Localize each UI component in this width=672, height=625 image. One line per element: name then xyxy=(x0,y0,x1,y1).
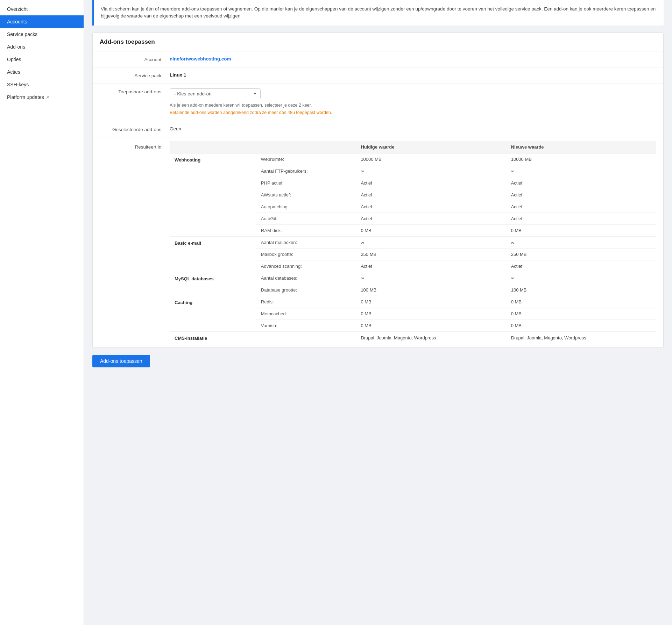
results-table-wrapper: Huidige waarde Nieuwe waarde WebhostingW… xyxy=(170,141,656,344)
new-value-cell: Actief xyxy=(506,177,656,189)
geselecteerde-value: Geen xyxy=(170,126,656,131)
current-value-cell: 0 MB xyxy=(356,308,506,320)
submit-button[interactable]: Add-ons toepassen xyxy=(92,355,150,367)
property-cell: RAM-disk: xyxy=(256,225,356,237)
sidebar-item-acties[interactable]: Acties xyxy=(0,66,84,78)
current-value-cell: 250 MB xyxy=(356,249,506,260)
card-body: Account: ninefortwowebhosting.com Servic… xyxy=(93,51,663,348)
geselecteerde-label: Geselecteerde add-ons: xyxy=(100,126,170,132)
current-value-cell: ∞ xyxy=(356,237,506,249)
current-value-cell: ∞ xyxy=(356,165,506,177)
toepasbare-addons-row: Toepasbare add-ons: - Kies een add-on ▾ … xyxy=(93,84,663,122)
table-row: WebhostingWebruimte:10000 MB10000 MB xyxy=(170,153,656,165)
property-cell: Varnish: xyxy=(256,320,356,332)
sidebar-item-opties[interactable]: Opties xyxy=(0,53,84,66)
account-value: ninefortwowebhosting.com xyxy=(170,56,656,62)
col-property xyxy=(256,141,356,153)
property-cell: Aantal mailboxen: xyxy=(256,237,356,249)
sidebar-item-accounts[interactable]: Accounts xyxy=(0,15,84,28)
geselecteerde-row: Geselecteerde add-ons: Geen xyxy=(93,121,663,137)
new-value-cell: 0 MB xyxy=(506,225,656,237)
current-value-cell: Actief xyxy=(356,177,506,189)
addon-dropdown[interactable]: - Kies een add-on ▾ xyxy=(170,88,261,99)
property-cell: Aantal databases: xyxy=(256,272,356,284)
sidebar-item-platform-updates[interactable]: Platform updates ↗ xyxy=(0,91,84,103)
new-value-cell: Actief xyxy=(506,260,656,272)
sidebar-item-label: SSH-keys xyxy=(7,82,29,87)
property-cell: Database grootte: xyxy=(256,284,356,296)
sidebar-item-label: Accounts xyxy=(7,19,27,24)
property-cell: Advanced scanning: xyxy=(256,260,356,272)
sidebar-item-label: Add-ons xyxy=(7,44,25,50)
property-cell: Webruimte: xyxy=(256,153,356,165)
new-value-cell: Drupal, Joomla, Magento, Wordpress xyxy=(506,332,656,344)
current-value-cell: 10000 MB xyxy=(356,153,506,165)
current-value-cell: Actief xyxy=(356,189,506,201)
property-cell xyxy=(256,332,356,344)
new-value-cell: Actief xyxy=(506,201,656,213)
current-value-cell: 0 MB xyxy=(356,225,506,237)
table-row: CachingRedis:0 MB0 MB xyxy=(170,296,656,308)
chevron-down-icon: ▾ xyxy=(254,91,256,96)
resulteert-label: Resulteert in: xyxy=(100,141,170,150)
category-cell: MySQL databases xyxy=(170,272,256,296)
new-value-cell: Actief xyxy=(506,189,656,201)
property-cell: AWstats actief: xyxy=(256,189,356,201)
toepasbare-value: - Kies een add-on ▾ Als je een add-on me… xyxy=(170,88,656,116)
col-new: Nieuwe waarde xyxy=(506,141,656,153)
current-value-cell: Drupal, Joomla, Magento, Wordpress xyxy=(356,332,506,344)
table-header-row: Huidige waarde Nieuwe waarde xyxy=(170,141,656,153)
service-pack-value: Linux 1 xyxy=(170,72,656,78)
sidebar: Overzicht Accounts Service packs Add-ons… xyxy=(0,0,84,625)
addons-card: Add-ons toepassen Account: ninefortwoweb… xyxy=(92,33,664,348)
col-current: Huidige waarde xyxy=(356,141,506,153)
category-cell: CMS-installatie xyxy=(170,332,256,344)
external-link-icon: ↗ xyxy=(46,95,49,100)
property-cell: Mailbox grootte: xyxy=(256,249,356,260)
category-cell: Caching xyxy=(170,296,256,332)
sidebar-item-label: Acties xyxy=(7,69,20,75)
new-value-cell: 100 MB xyxy=(506,284,656,296)
property-cell: AutoGit: xyxy=(256,213,356,225)
current-value-cell: ∞ xyxy=(356,272,506,284)
new-value-cell: 0 MB xyxy=(506,296,656,308)
new-value-cell: ∞ xyxy=(506,165,656,177)
current-value-cell: 0 MB xyxy=(356,296,506,308)
info-banner: Via dit scherm kan je één of meerdere ad… xyxy=(92,0,664,26)
account-row: Account: ninefortwowebhosting.com xyxy=(93,51,663,67)
new-value-cell: 10000 MB xyxy=(506,153,656,165)
service-pack-label: Service pack: xyxy=(100,72,170,78)
current-value-cell: 100 MB xyxy=(356,284,506,296)
info-banner-text: Via dit scherm kan je één of meerdere ad… xyxy=(101,6,656,19)
main-content: Via dit scherm kan je één of meerdere ad… xyxy=(84,0,672,625)
sidebar-item-add-ons[interactable]: Add-ons xyxy=(0,41,84,53)
sidebar-item-label: Service packs xyxy=(7,31,37,37)
results-table: Huidige waarde Nieuwe waarde WebhostingW… xyxy=(170,141,656,344)
current-value-cell: Actief xyxy=(356,213,506,225)
col-category xyxy=(170,141,256,153)
new-value-cell: 0 MB xyxy=(506,308,656,320)
property-cell: Aantal FTP-gebruikers: xyxy=(256,165,356,177)
new-value-cell: 250 MB xyxy=(506,249,656,260)
new-value-cell: ∞ xyxy=(506,272,656,284)
new-value-cell: Actief xyxy=(506,213,656,225)
current-value-cell: Actief xyxy=(356,201,506,213)
table-row: MySQL databasesAantal databases:∞∞ xyxy=(170,272,656,284)
help-text-1: Als je een add-on meedere keren wil toep… xyxy=(170,102,656,109)
table-row: CMS-installatieDrupal, Joomla, Magento, … xyxy=(170,332,656,344)
property-cell: PHP actief: xyxy=(256,177,356,189)
new-value-cell: 0 MB xyxy=(506,320,656,332)
resulteert-row: Resulteert in: Huidige waarde Nieuwe waa… xyxy=(93,137,663,347)
new-value-cell: ∞ xyxy=(506,237,656,249)
sidebar-item-ssh-keys[interactable]: SSH-keys xyxy=(0,78,84,91)
sidebar-item-service-packs[interactable]: Service packs xyxy=(0,28,84,41)
category-cell: Webhosting xyxy=(170,153,256,237)
dropdown-placeholder: - Kies een add-on xyxy=(174,91,212,96)
property-cell: Memcached: xyxy=(256,308,356,320)
sidebar-item-label: Overzicht xyxy=(7,6,28,12)
sidebar-item-label: Platform updates xyxy=(7,94,44,100)
account-label: Account: xyxy=(100,56,170,62)
property-cell: Autopatching: xyxy=(256,201,356,213)
card-title: Add-ons toepassen xyxy=(93,33,663,51)
sidebar-item-overzicht[interactable]: Overzicht xyxy=(0,3,84,15)
